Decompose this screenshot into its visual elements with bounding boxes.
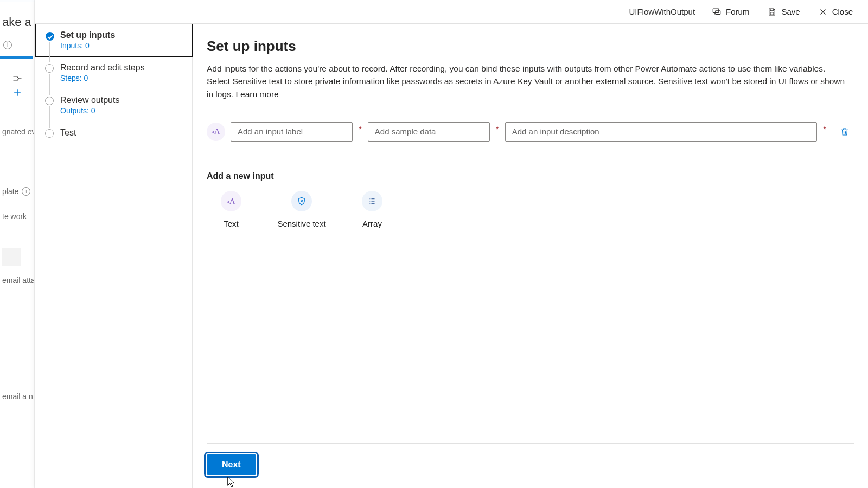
forum-label: Forum bbox=[726, 7, 749, 16]
step-title: Review outputs bbox=[60, 95, 183, 105]
add-new-input-section: Add a new input Text Sensitive text bbox=[207, 171, 854, 228]
step-bullet-icon bbox=[45, 64, 54, 73]
step-review-outputs[interactable]: Review outputs Outputs: 0 bbox=[35, 89, 192, 121]
input-type-picker: Text Sensitive text Array bbox=[207, 191, 854, 228]
close-label: Close bbox=[832, 7, 853, 16]
bg-item: te work bbox=[0, 212, 34, 221]
bg-item: email attac bbox=[0, 276, 34, 285]
flow-name: UIFlowWithOutput bbox=[629, 7, 703, 16]
learn-more-link[interactable]: Learn more bbox=[235, 89, 278, 99]
page-heading: Set up inputs bbox=[207, 38, 854, 55]
svg-rect-2 bbox=[770, 12, 774, 15]
save-button[interactable]: Save bbox=[758, 0, 808, 24]
sample-data-field[interactable] bbox=[368, 122, 490, 142]
forum-icon bbox=[712, 7, 722, 17]
step-subtitle: Outputs: 0 bbox=[60, 106, 183, 115]
add-text-input[interactable]: Text bbox=[207, 191, 256, 228]
input-label-field[interactable] bbox=[231, 122, 353, 142]
bg-search-box bbox=[2, 248, 21, 266]
description-text: Add inputs for the actions you're about … bbox=[207, 64, 845, 99]
step-title: Record and edit steps bbox=[60, 63, 183, 73]
save-icon bbox=[767, 7, 777, 17]
wizard-steps: Set up inputs Inputs: 0 Record and edit … bbox=[35, 24, 193, 488]
required-asterisk: * bbox=[358, 124, 362, 133]
step-bullet-icon bbox=[45, 97, 54, 105]
flow-icon bbox=[12, 73, 23, 84]
info-icon: i bbox=[3, 41, 12, 49]
step-set-up-inputs[interactable]: Set up inputs Inputs: 0 bbox=[35, 24, 193, 57]
add-array-input[interactable]: Array bbox=[348, 191, 397, 228]
bg-accent-bar bbox=[0, 56, 33, 59]
type-label: Text bbox=[224, 219, 239, 228]
text-icon bbox=[221, 191, 241, 211]
background-page: ake a fl i gnated even plate i te work e… bbox=[0, 0, 35, 488]
text-type-icon bbox=[207, 123, 225, 141]
input-definition-row: * * * bbox=[207, 122, 854, 158]
step-title: Set up inputs bbox=[60, 30, 183, 40]
close-button[interactable]: Close bbox=[809, 0, 861, 24]
modal-header: UIFlowWithOutput Forum Save Close bbox=[35, 0, 868, 24]
step-test[interactable]: Test bbox=[35, 121, 192, 144]
step-subtitle: Inputs: 0 bbox=[60, 41, 183, 50]
bg-title-fragment: ake a fl bbox=[0, 15, 34, 29]
step-bullet-icon bbox=[45, 129, 54, 138]
step-bullet-complete-icon bbox=[46, 32, 54, 41]
ui-flow-wizard-modal: UIFlowWithOutput Forum Save Close Set up… bbox=[35, 0, 868, 488]
input-description-field[interactable] bbox=[505, 122, 817, 142]
type-label: Sensitive text bbox=[277, 219, 326, 228]
required-asterisk: * bbox=[495, 124, 500, 133]
add-new-heading: Add a new input bbox=[207, 171, 854, 181]
save-label: Save bbox=[781, 7, 800, 16]
required-asterisk: * bbox=[822, 124, 827, 133]
wizard-footer: Next bbox=[207, 443, 854, 488]
sensitive-icon bbox=[291, 191, 312, 211]
plus-icon bbox=[12, 87, 23, 98]
array-icon bbox=[362, 191, 382, 211]
step-record-edit[interactable]: Record and edit steps Steps: 0 bbox=[35, 56, 192, 89]
next-button[interactable]: Next bbox=[207, 454, 256, 475]
bg-item: gnated even bbox=[0, 127, 34, 136]
svg-point-3 bbox=[301, 200, 303, 202]
step-title: Test bbox=[60, 128, 183, 138]
add-sensitive-text-input[interactable]: Sensitive text bbox=[277, 191, 326, 228]
content-pane: Set up inputs Add inputs for the actions… bbox=[193, 24, 868, 488]
info-icon: i bbox=[22, 187, 30, 196]
type-label: Array bbox=[362, 219, 382, 228]
trash-icon bbox=[840, 127, 850, 137]
close-icon bbox=[818, 7, 828, 17]
page-description: Add inputs for the actions you're about … bbox=[207, 62, 847, 100]
step-subtitle: Steps: 0 bbox=[60, 74, 183, 82]
forum-button[interactable]: Forum bbox=[703, 0, 758, 24]
bg-item: plate bbox=[2, 187, 18, 196]
bg-item: email a n bbox=[0, 392, 34, 401]
delete-input-button[interactable] bbox=[835, 123, 854, 141]
